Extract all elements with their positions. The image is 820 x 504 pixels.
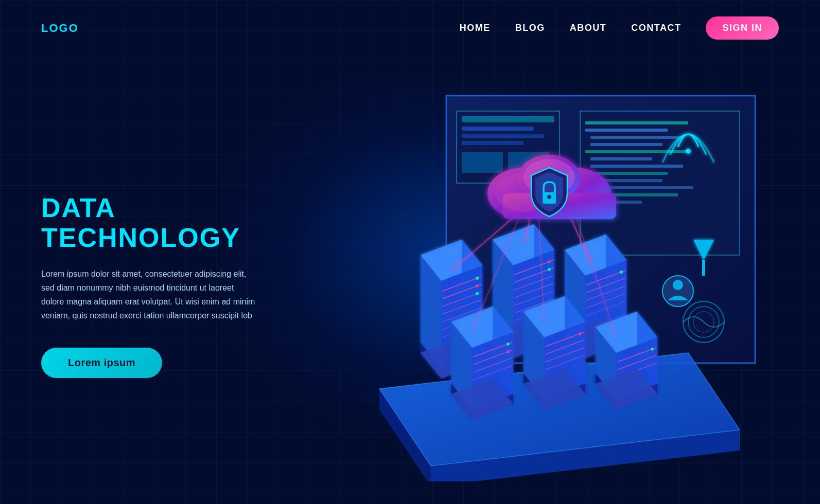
signin-button[interactable]: SIGN IN (706, 16, 779, 40)
svg-rect-11 (585, 129, 668, 132)
svg-point-129 (547, 195, 551, 199)
svg-point-24 (686, 149, 691, 154)
illustration-svg (302, 80, 765, 481)
nav-about[interactable]: ABOUT (570, 23, 607, 33)
svg-point-63 (548, 268, 551, 271)
hero-title: DATA TECHNOLOGY (41, 193, 288, 252)
svg-rect-12 (590, 136, 683, 139)
cta-button[interactable]: Lorem ipsum (41, 348, 162, 378)
nav-blog[interactable]: BLOG (515, 23, 545, 33)
hero-content-left: DATA TECHNOLOGY Lorem ipsum dolor sit am… (41, 183, 288, 377)
svg-point-89 (507, 350, 510, 353)
svg-rect-16 (590, 165, 683, 168)
navbar: LOGO HOME BLOG ABOUT CONTACT SIGN IN (0, 0, 820, 56)
svg-rect-10 (585, 121, 688, 124)
svg-rect-4 (462, 127, 534, 131)
svg-rect-3 (462, 116, 554, 122)
svg-rect-15 (590, 157, 652, 160)
svg-rect-7 (462, 152, 503, 173)
svg-rect-13 (590, 143, 662, 146)
svg-point-101 (579, 332, 582, 335)
nav-links: HOME BLOG ABOUT CONTACT SIGN IN (460, 16, 779, 40)
hero-description: Lorem ipsum dolor sit amet, consectetuer… (41, 267, 257, 323)
svg-point-112 (651, 348, 654, 351)
svg-point-26 (673, 280, 683, 290)
nav-home[interactable]: HOME (460, 23, 491, 33)
svg-point-76 (620, 271, 623, 274)
hero-section: DATA TECHNOLOGY Lorem ipsum dolor sit am… (0, 56, 820, 504)
svg-rect-5 (462, 134, 544, 138)
svg-point-45 (476, 277, 479, 280)
svg-point-46 (476, 284, 479, 287)
svg-point-62 (548, 260, 551, 263)
logo[interactable]: LOGO (41, 22, 79, 35)
nav-contact[interactable]: CONTACT (631, 23, 681, 33)
hero-illustration (288, 56, 779, 504)
svg-rect-23 (702, 260, 705, 276)
svg-rect-6 (462, 141, 524, 145)
svg-point-47 (476, 292, 479, 295)
svg-point-88 (507, 343, 510, 346)
